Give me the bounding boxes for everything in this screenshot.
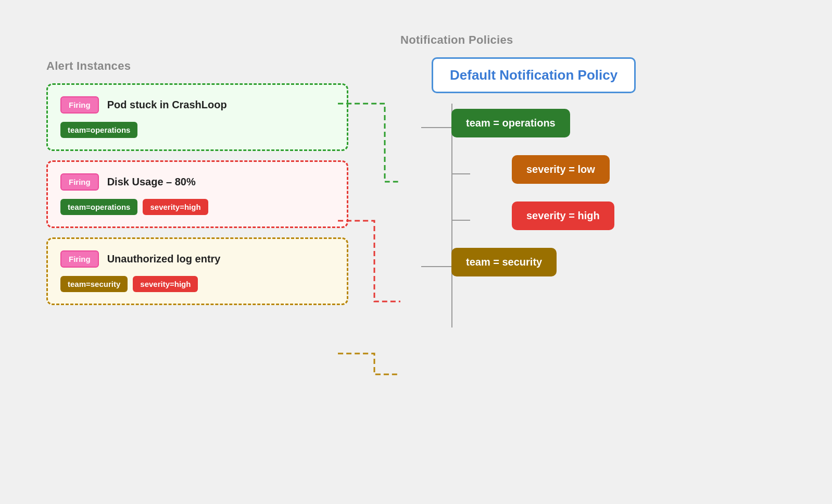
left-section-title: Alert Instances bbox=[46, 59, 348, 73]
security-policy-node: team = security bbox=[451, 248, 557, 276]
tag-sev-high-2: severity=high bbox=[143, 199, 208, 215]
severity-high-node: severity = high bbox=[512, 201, 614, 230]
alert-title-2: Disk Usage – 80% bbox=[107, 176, 196, 188]
alert-title-3: Unauthorized log entry bbox=[107, 253, 221, 265]
firing-badge-2: Firing bbox=[60, 173, 99, 191]
right-section-title: Notification Policies bbox=[400, 33, 786, 47]
tag-ops-1: team=operations bbox=[60, 122, 137, 138]
severity-low-node: severity = low bbox=[512, 155, 610, 184]
alert-title-1: Pod stuck in CrashLoop bbox=[107, 99, 227, 111]
firing-badge-1: Firing bbox=[60, 96, 99, 114]
default-policy-node: Default Notification Policy bbox=[432, 57, 636, 93]
tag-sec-3: team=security bbox=[60, 276, 128, 292]
firing-badge-3: Firing bbox=[60, 250, 99, 268]
ops-policy-node: team = operations bbox=[451, 109, 570, 137]
tag-sev-high-3: severity=high bbox=[133, 276, 198, 292]
alert-card-2: Firing Disk Usage – 80% team=operations … bbox=[46, 160, 348, 228]
alert-card-3: Firing Unauthorized log entry team=secur… bbox=[46, 237, 348, 305]
tag-ops-2: team=operations bbox=[60, 199, 137, 215]
alert-card-1: Firing Pod stuck in CrashLoop team=opera… bbox=[46, 83, 348, 151]
